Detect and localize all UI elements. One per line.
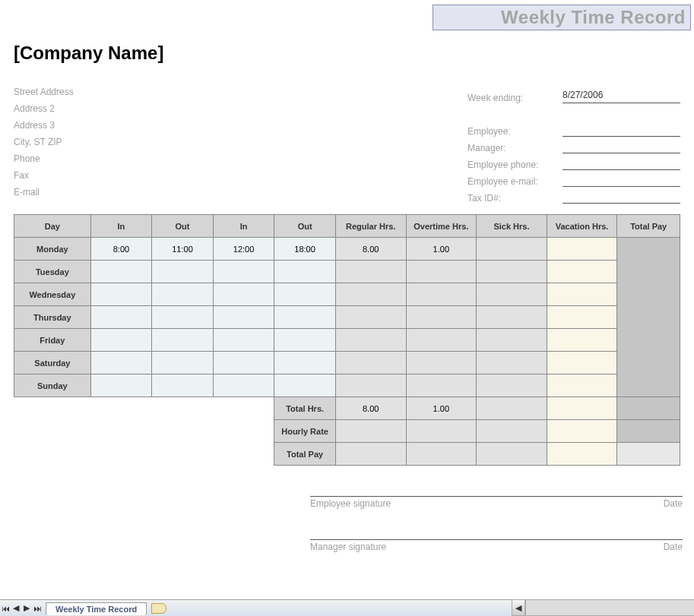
regular-cell[interactable] <box>335 352 406 374</box>
fax[interactable]: Fax <box>14 170 74 187</box>
out2-cell[interactable] <box>274 306 336 329</box>
day-name[interactable]: Monday <box>14 238 91 261</box>
vacation-cell[interactable] <box>547 329 617 352</box>
out2-cell[interactable] <box>274 283 336 306</box>
employee-email-value[interactable] <box>562 173 680 187</box>
regular-cell[interactable] <box>335 329 406 352</box>
out2-cell[interactable] <box>274 352 336 374</box>
in1-cell[interactable] <box>90 352 152 374</box>
vacation-cell[interactable] <box>547 238 617 261</box>
total-hrs-regular[interactable]: 8.00 <box>335 397 406 420</box>
out2-cell[interactable] <box>274 261 336 283</box>
total-hrs-vacation[interactable] <box>547 397 617 420</box>
sick-cell[interactable] <box>477 352 547 374</box>
sick-cell[interactable] <box>477 261 547 283</box>
sick-cell[interactable] <box>477 329 547 352</box>
city-st-zip[interactable]: City, ST ZIP <box>14 137 74 153</box>
in2-cell[interactable] <box>213 261 274 283</box>
overtime-cell[interactable] <box>406 283 477 306</box>
last-sheet-icon[interactable]: ⏭ <box>32 602 43 615</box>
out1-cell[interactable] <box>152 329 214 352</box>
tax-id-value[interactable] <box>562 190 680 204</box>
in1-cell[interactable] <box>90 306 152 329</box>
out2-cell[interactable]: 18:00 <box>274 238 336 261</box>
out1-cell[interactable] <box>152 374 214 397</box>
employee-phone-value[interactable] <box>562 156 680 170</box>
week-ending-label: Week ending: <box>467 93 562 103</box>
in2-cell[interactable] <box>213 352 274 374</box>
employee-value[interactable] <box>562 123 680 137</box>
in1-cell[interactable] <box>90 329 152 352</box>
day-name[interactable]: Sunday <box>14 374 91 397</box>
next-sheet-icon[interactable]: ▶ <box>21 602 32 615</box>
in2-cell[interactable] <box>213 374 274 397</box>
overtime-cell[interactable] <box>406 306 477 329</box>
total-hrs-overtime[interactable]: 1.00 <box>406 397 477 420</box>
manager-value[interactable] <box>562 140 680 153</box>
in2-cell[interactable] <box>213 306 274 329</box>
overtime-cell[interactable] <box>406 329 477 352</box>
out1-cell[interactable] <box>152 352 214 374</box>
sheet-tab[interactable]: Weekly Time Record <box>46 602 147 615</box>
out2-cell[interactable] <box>274 329 336 352</box>
hourly-rate-vacation[interactable] <box>547 420 617 443</box>
in2-cell[interactable]: 12:00 <box>213 238 274 261</box>
in1-cell[interactable] <box>90 283 152 306</box>
total-pay-regular[interactable] <box>335 443 406 466</box>
vacation-cell[interactable] <box>547 352 617 374</box>
street-address[interactable]: Street Address <box>14 87 74 103</box>
overtime-cell[interactable]: 1.00 <box>406 238 477 261</box>
hourly-rate-regular[interactable] <box>335 420 406 443</box>
out1-cell[interactable] <box>152 283 214 306</box>
vacation-cell[interactable] <box>547 283 617 306</box>
day-name[interactable]: Saturday <box>14 352 91 374</box>
regular-cell[interactable] <box>335 283 406 306</box>
total-hrs-label: Total Hrs. <box>274 397 336 420</box>
day-name[interactable]: Wednesday <box>14 283 91 306</box>
email[interactable]: E-mail <box>14 187 74 204</box>
regular-cell[interactable] <box>335 261 406 283</box>
scroll-left-icon[interactable]: ◀ <box>512 599 525 616</box>
vacation-cell[interactable] <box>547 374 617 397</box>
total-pay-grand[interactable] <box>617 443 680 466</box>
in1-cell[interactable]: 8:00 <box>90 238 152 261</box>
sick-cell[interactable] <box>477 238 547 261</box>
hourly-rate-overtime[interactable] <box>406 420 477 443</box>
sick-cell[interactable] <box>477 283 547 306</box>
out1-cell[interactable] <box>152 261 214 283</box>
scroll-track[interactable] <box>525 599 694 616</box>
total-pay-overtime[interactable] <box>406 443 477 466</box>
in2-cell[interactable] <box>213 283 274 306</box>
in1-cell[interactable] <box>90 374 152 397</box>
company-name[interactable]: [Company Name] <box>14 43 680 64</box>
total-pay-vacation[interactable] <box>547 443 617 466</box>
regular-cell[interactable]: 8.00 <box>335 238 406 261</box>
first-sheet-icon[interactable]: ⏮ <box>0 602 11 615</box>
overtime-cell[interactable] <box>406 261 477 283</box>
day-name[interactable]: Tuesday <box>14 261 91 283</box>
overtime-cell[interactable] <box>406 352 477 374</box>
in1-cell[interactable] <box>90 261 152 283</box>
in2-cell[interactable] <box>213 329 274 352</box>
day-name[interactable]: Friday <box>14 329 91 352</box>
address-3[interactable]: Address 3 <box>14 120 74 137</box>
total-pay-sick[interactable] <box>477 443 547 466</box>
prev-sheet-icon[interactable]: ◀ <box>11 602 21 615</box>
day-name[interactable]: Thursday <box>14 306 91 329</box>
sick-cell[interactable] <box>477 306 547 329</box>
out2-cell[interactable] <box>274 374 336 397</box>
regular-cell[interactable] <box>335 374 406 397</box>
total-hrs-sick[interactable] <box>477 397 547 420</box>
sick-cell[interactable] <box>477 374 547 397</box>
address-2[interactable]: Address 2 <box>14 103 74 120</box>
new-sheet-icon[interactable] <box>151 603 166 614</box>
out1-cell[interactable] <box>152 306 214 329</box>
phone[interactable]: Phone <box>14 153 74 170</box>
out1-cell[interactable]: 11:00 <box>152 238 214 261</box>
vacation-cell[interactable] <box>547 306 617 329</box>
regular-cell[interactable] <box>335 306 406 329</box>
hourly-rate-sick[interactable] <box>477 420 547 443</box>
week-ending-value[interactable]: 8/27/2006 <box>562 90 680 103</box>
overtime-cell[interactable] <box>406 374 477 397</box>
vacation-cell[interactable] <box>547 261 617 283</box>
